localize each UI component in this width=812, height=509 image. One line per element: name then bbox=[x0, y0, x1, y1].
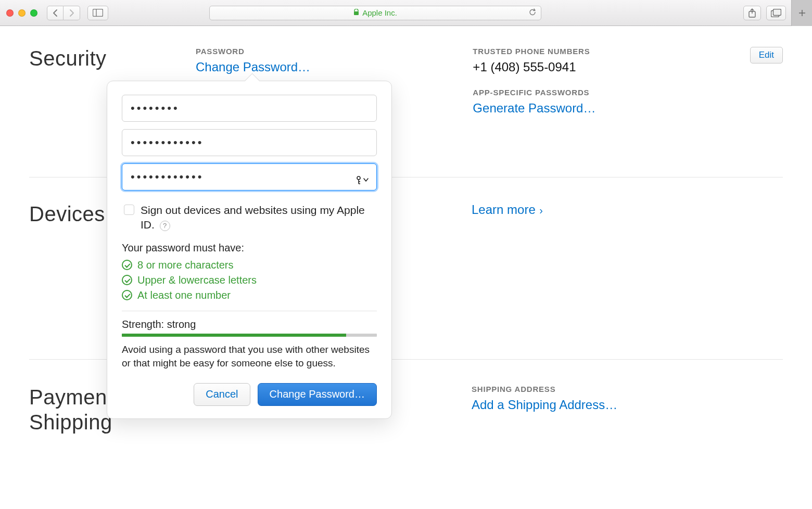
reload-button[interactable] bbox=[528, 8, 537, 18]
signout-devices-label: Sign out devices and websites using my A… bbox=[141, 203, 377, 233]
chevron-left-icon bbox=[52, 9, 58, 17]
svg-rect-0 bbox=[93, 9, 103, 17]
zoom-window-button[interactable] bbox=[30, 9, 37, 17]
share-icon bbox=[748, 8, 756, 18]
svg-rect-2 bbox=[354, 11, 359, 15]
password-requirements-list: 8 or more characters Upper & lowercase l… bbox=[122, 259, 377, 301]
popover-actions: Cancel Change Password… bbox=[122, 383, 377, 406]
nav-buttons bbox=[47, 6, 80, 20]
check-icon bbox=[122, 290, 132, 300]
cancel-button[interactable]: Cancel bbox=[194, 383, 250, 406]
password-req-item: Upper & lowercase letters bbox=[122, 274, 377, 286]
signout-devices-checkbox[interactable] bbox=[124, 205, 134, 215]
trusted-numbers-header: TRUSTED PHONE NUMBERS bbox=[473, 47, 729, 56]
password-req-text: Upper & lowercase letters bbox=[137, 274, 257, 286]
page-content: Security PASSWORD Change Password… TRUST… bbox=[0, 26, 812, 509]
password-strength-fill bbox=[122, 334, 346, 337]
window-controls bbox=[6, 9, 37, 17]
forward-button[interactable] bbox=[64, 6, 80, 20]
trusted-number-value: +1 (408) 555-0941 bbox=[473, 60, 729, 74]
app-specific-passwords-header: APP-SPECIFIC PASSWORDS bbox=[473, 88, 729, 97]
add-shipping-address-link[interactable]: Add a Shipping Address… bbox=[472, 398, 617, 412]
svg-point-9 bbox=[357, 176, 360, 180]
share-button[interactable] bbox=[743, 6, 761, 20]
devices-learn-more-link[interactable]: Learn more › bbox=[472, 202, 543, 217]
chevron-right-icon bbox=[69, 9, 75, 17]
current-password-input[interactable] bbox=[122, 95, 377, 122]
chevron-down-icon bbox=[363, 178, 369, 182]
generate-app-password-link[interactable]: Generate Password… bbox=[473, 101, 595, 115]
password-req-text: 8 or more characters bbox=[137, 259, 234, 271]
sidebar-toggle-button[interactable] bbox=[87, 6, 108, 20]
password-req-item: 8 or more characters bbox=[122, 259, 377, 271]
change-password-submit-button[interactable]: Change Password… bbox=[258, 383, 377, 406]
security-edit-button[interactable]: Edit bbox=[750, 47, 783, 63]
password-strength-label: Strength: strong bbox=[122, 311, 377, 330]
password-requirements-heading: Your password must have: bbox=[122, 242, 377, 254]
new-password-input[interactable] bbox=[122, 129, 377, 156]
password-advice-text: Avoid using a password that you use with… bbox=[122, 343, 377, 371]
address-bar-text: Apple Inc. bbox=[362, 8, 397, 17]
minimize-window-button[interactable] bbox=[18, 9, 26, 17]
sidebar-icon bbox=[93, 9, 103, 17]
check-icon bbox=[122, 275, 132, 285]
password-strength-bar bbox=[122, 334, 377, 337]
chevron-right-icon: › bbox=[537, 205, 543, 216]
back-button[interactable] bbox=[47, 6, 64, 20]
plus-icon bbox=[798, 9, 806, 17]
new-tab-button[interactable] bbox=[791, 0, 812, 26]
change-password-link[interactable]: Change Password… bbox=[196, 60, 310, 74]
password-req-item: At least one number bbox=[122, 289, 377, 301]
address-bar[interactable]: Apple Inc. bbox=[209, 6, 541, 20]
tabs-button[interactable] bbox=[766, 6, 786, 20]
close-window-button[interactable] bbox=[6, 9, 14, 17]
password-header: PASSWORD bbox=[196, 47, 452, 56]
password-autofill-button[interactable] bbox=[355, 176, 369, 184]
devices-learn-more-text: Learn more bbox=[472, 202, 536, 217]
svg-rect-6 bbox=[773, 9, 781, 15]
check-icon bbox=[122, 260, 132, 270]
password-req-text: At least one number bbox=[137, 289, 231, 301]
signout-devices-label-text: Sign out devices and websites using my A… bbox=[141, 204, 365, 231]
lock-icon bbox=[353, 9, 359, 17]
tabs-icon bbox=[771, 9, 781, 17]
toolbar-right bbox=[743, 0, 806, 26]
help-icon[interactable]: ? bbox=[160, 221, 170, 231]
reload-icon bbox=[528, 8, 537, 16]
key-icon bbox=[355, 176, 362, 184]
safari-toolbar: Apple Inc. bbox=[0, 0, 812, 26]
change-password-popover: Sign out devices and websites using my A… bbox=[107, 81, 392, 419]
confirm-password-input[interactable] bbox=[122, 163, 377, 190]
shipping-address-header: SHIPPING ADDRESS bbox=[472, 385, 727, 393]
